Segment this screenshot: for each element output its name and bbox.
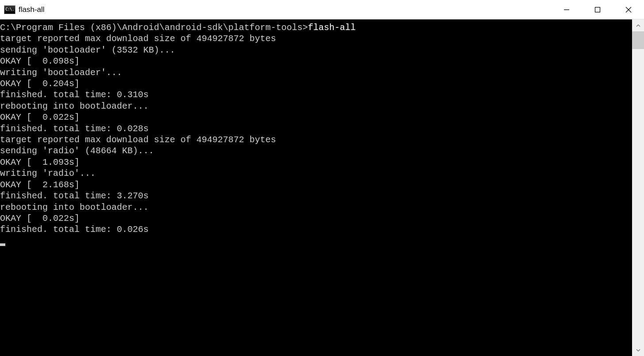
prompt-command: flash-all: [308, 23, 356, 33]
terminal-cursor: [0, 243, 5, 246]
output-line: rebooting into bootloader...: [0, 202, 632, 213]
output-line: OKAY [ 2.168s]: [0, 179, 632, 190]
cmd-icon-text: C:\.: [5, 8, 14, 11]
terminal-output[interactable]: C:\Program Files (x86)\Android\android-s…: [0, 19, 632, 356]
output-line: target reported max download size of 494…: [0, 134, 632, 145]
output-line: finished. total time: 3.270s: [0, 190, 632, 201]
output-line: OKAY [ 0.022s]: [0, 213, 632, 224]
scroll-track[interactable]: [632, 31, 644, 344]
output-line: sending 'bootloader' (3532 KB)...: [0, 45, 632, 56]
scroll-thumb[interactable]: [632, 31, 644, 49]
scroll-up-button[interactable]: [632, 19, 644, 31]
prompt-line: C:\Program Files (x86)\Android\android-s…: [0, 22, 632, 33]
chevron-up-icon: [636, 23, 640, 28]
maximize-icon: [594, 7, 601, 13]
content-area: C:\Program Files (x86)\Android\android-s…: [0, 19, 644, 356]
output-line: rebooting into bootloader...: [0, 101, 632, 112]
output-line: finished. total time: 0.310s: [0, 89, 632, 100]
minimize-button[interactable]: [551, 0, 582, 19]
output-line: finished. total time: 0.028s: [0, 123, 632, 134]
output-line: writing 'bootloader'...: [0, 67, 632, 78]
close-button[interactable]: [613, 0, 644, 19]
output-line: finished. total time: 0.026s: [0, 224, 632, 235]
scroll-down-button[interactable]: [632, 344, 644, 356]
svg-rect-1: [595, 7, 600, 12]
window-controls: [551, 0, 644, 19]
chevron-down-icon: [636, 348, 640, 352]
output-line: OKAY [ 0.022s]: [0, 112, 632, 123]
vertical-scrollbar[interactable]: [632, 19, 644, 356]
output-line: writing 'radio'...: [0, 168, 632, 179]
close-icon: [625, 7, 632, 13]
window-title: flash-all: [19, 5, 551, 14]
output-line: OKAY [ 1.093s]: [0, 157, 632, 168]
maximize-button[interactable]: [582, 0, 613, 19]
output-line: OKAY [ 0.098s]: [0, 56, 632, 67]
cmd-icon: C:\.: [4, 5, 15, 14]
output-line: OKAY [ 0.204s]: [0, 78, 632, 89]
output-line: sending 'radio' (48664 KB)...: [0, 145, 632, 156]
output-line: target reported max download size of 494…: [0, 33, 632, 44]
window-titlebar: C:\. flash-all: [0, 0, 644, 19]
minimize-icon: [564, 7, 570, 13]
prompt-path: C:\Program Files (x86)\Android\android-s…: [0, 23, 308, 33]
